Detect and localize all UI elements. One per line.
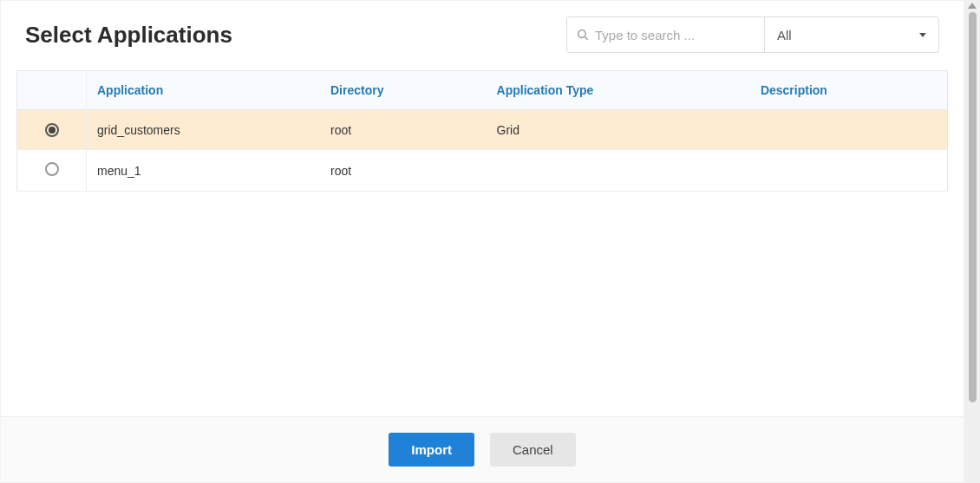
cell-application: menu_1	[87, 150, 320, 192]
column-description[interactable]: Description	[750, 71, 948, 110]
vertical-scrollbar[interactable]	[964, 0, 980, 483]
search-icon	[576, 28, 590, 42]
svg-point-0	[578, 30, 586, 38]
cell-description	[750, 150, 948, 192]
table-row[interactable]: grid_customers root Grid	[17, 110, 948, 150]
scrollbar-thumb[interactable]	[969, 12, 977, 402]
search-filter-group: All	[566, 16, 939, 53]
svg-line-1	[585, 36, 588, 40]
chevron-down-icon	[919, 33, 926, 37]
cell-directory: root	[320, 150, 487, 192]
dialog-footer: Import Cancel	[1, 416, 964, 482]
select-applications-dialog: Select Applications All Application D	[0, 0, 964, 483]
cell-directory: root	[320, 110, 487, 150]
filter-selected-label: All	[777, 28, 792, 42]
table-header-row: Application Directory Application Type D…	[17, 71, 948, 110]
filter-dropdown[interactable]: All	[765, 17, 938, 52]
import-button[interactable]: Import	[389, 433, 474, 467]
column-application[interactable]: Application	[87, 71, 320, 110]
dialog-title: Select Applications	[25, 22, 232, 49]
row-radio[interactable]	[45, 123, 59, 137]
cell-app-type: Grid	[487, 110, 750, 150]
dialog-header: Select Applications All	[1, 1, 964, 70]
cancel-button[interactable]: Cancel	[490, 433, 576, 467]
column-select	[17, 71, 87, 110]
table-row[interactable]: menu_1 root	[17, 150, 948, 192]
search-input[interactable]	[590, 21, 755, 49]
dialog-content: Application Directory Application Type D…	[1, 70, 964, 416]
cell-app-type	[487, 150, 750, 192]
search-box	[567, 17, 765, 52]
applications-table: Application Directory Application Type D…	[16, 70, 948, 192]
column-app-type[interactable]: Application Type	[487, 71, 750, 110]
cell-description	[750, 110, 948, 150]
cell-application: grid_customers	[87, 110, 320, 150]
row-radio[interactable]	[45, 162, 59, 176]
column-directory[interactable]: Directory	[320, 71, 487, 110]
scroll-up-arrow-icon[interactable]	[968, 3, 977, 9]
